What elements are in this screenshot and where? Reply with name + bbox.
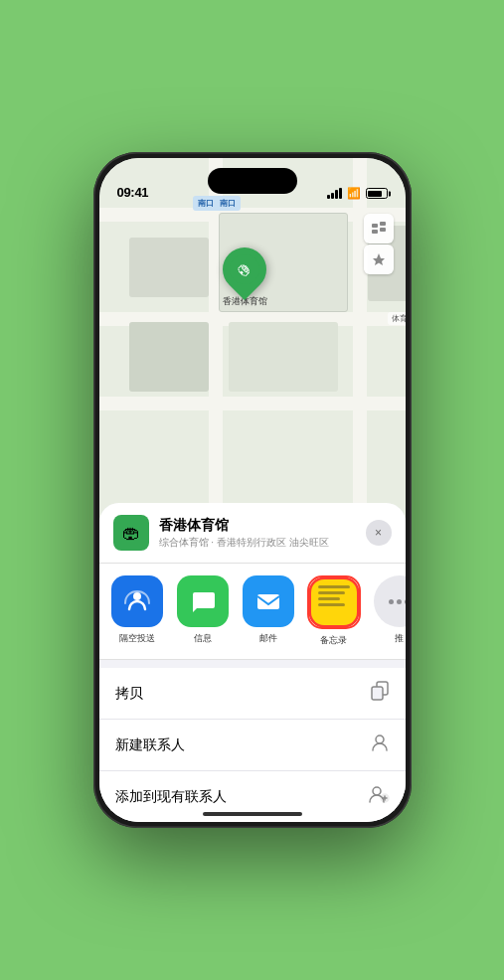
svg-rect-0: [372, 224, 378, 228]
action-add-existing-label: 添加到现有联系人: [115, 788, 227, 806]
action-list: 拷贝 新建联系人: [99, 668, 406, 822]
svg-point-4: [133, 592, 141, 600]
new-contact-icon: [370, 733, 390, 757]
location-button[interactable]: [364, 245, 394, 274]
more-icon: [374, 575, 406, 627]
battery-icon: [366, 188, 388, 199]
messages-icon: [177, 575, 229, 627]
svg-rect-2: [372, 230, 378, 234]
bottom-sheet: 🏟 香港体育馆 综合体育馆 · 香港特别行政区 油尖旺区 ×: [99, 503, 406, 822]
signal-icon: [327, 188, 342, 199]
airdrop-icon: [111, 575, 163, 627]
status-icons: 📶: [327, 187, 388, 200]
svg-rect-7: [372, 687, 383, 700]
map-pin-container: 🏟 香港体育馆: [223, 247, 267, 308]
status-time: 09:41: [117, 185, 149, 200]
add-existing-icon: [368, 784, 390, 809]
action-copy[interactable]: 拷贝: [99, 668, 406, 720]
svg-point-9: [373, 787, 381, 795]
share-more[interactable]: 推: [370, 575, 406, 647]
map-pin-icon: 🏟: [234, 258, 254, 279]
copy-icon: [370, 681, 390, 706]
location-header: 🏟 香港体育馆 综合体育馆 · 香港特别行政区 油尖旺区 ×: [99, 503, 406, 564]
svg-rect-5: [257, 594, 279, 609]
dynamic-island: [208, 168, 297, 194]
close-button[interactable]: ×: [366, 520, 392, 546]
location-subtitle: 综合体育馆 · 香港特别行政区 油尖旺区: [159, 536, 356, 550]
map-background: 体育场: [99, 158, 406, 543]
map-area: 体育场 南口 南口 🏟 香港体育馆: [99, 158, 406, 543]
action-copy-label: 拷贝: [115, 685, 143, 703]
svg-point-8: [376, 735, 384, 743]
phone-screen: 09:41 📶: [99, 158, 406, 822]
share-row: 隔空投送 信息: [99, 564, 406, 660]
notes-icon: [311, 579, 357, 625]
map-controls: [364, 214, 394, 275]
more-label: 推: [395, 632, 404, 645]
messages-label: 信息: [194, 632, 212, 645]
share-mail[interactable]: 邮件: [239, 575, 298, 647]
share-airdrop[interactable]: 隔空投送: [107, 575, 167, 647]
wifi-icon: 📶: [347, 187, 361, 200]
location-info: 香港体育馆 综合体育馆 · 香港特别行政区 油尖旺区: [159, 517, 356, 550]
action-new-contact[interactable]: 新建联系人: [99, 720, 406, 771]
action-new-contact-label: 新建联系人: [115, 736, 185, 754]
svg-rect-1: [380, 222, 386, 226]
airdrop-label: 隔空投送: [119, 632, 155, 645]
svg-rect-3: [380, 228, 386, 232]
mail-icon: [243, 575, 294, 627]
phone-frame: 09:41 📶: [93, 152, 412, 828]
mail-label: 邮件: [259, 632, 277, 645]
share-notes[interactable]: 备忘录: [304, 575, 364, 647]
location-name: 香港体育馆: [159, 517, 356, 535]
notes-label: 备忘录: [320, 634, 347, 647]
home-indicator: [203, 812, 302, 816]
location-venue-icon: 🏟: [113, 515, 149, 551]
share-messages[interactable]: 信息: [173, 575, 233, 647]
map-block-label: 体育场: [388, 312, 406, 325]
map-pin: 🏟: [214, 239, 275, 300]
map-type-button[interactable]: [364, 214, 394, 244]
